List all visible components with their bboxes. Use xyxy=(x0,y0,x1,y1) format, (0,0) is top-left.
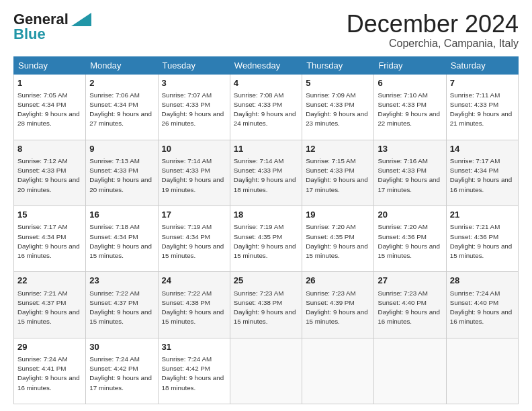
day-number: 3 xyxy=(162,77,226,89)
day-number: 4 xyxy=(234,77,298,89)
calendar-title: December 2024 xyxy=(347,11,519,38)
day-cell: 26Sunrise: 7:23 AMSunset: 4:39 PMDayligh… xyxy=(302,272,374,338)
day-info: Sunrise: 7:15 AMSunset: 4:33 PMDaylight:… xyxy=(306,156,370,195)
week-row-4: 22Sunrise: 7:21 AMSunset: 4:37 PMDayligh… xyxy=(14,272,519,338)
day-number: 5 xyxy=(306,77,370,89)
day-info: Sunrise: 7:23 AMSunset: 4:40 PMDaylight:… xyxy=(378,289,442,327)
day-cell xyxy=(230,338,302,404)
day-cell: 29Sunrise: 7:24 AMSunset: 4:41 PMDayligh… xyxy=(14,338,86,404)
day-info: Sunrise: 7:21 AMSunset: 4:37 PMDaylight:… xyxy=(17,289,82,327)
day-cell xyxy=(446,338,518,404)
day-info: Sunrise: 7:17 AMSunset: 4:34 PMDaylight:… xyxy=(17,222,82,261)
day-number: 8 xyxy=(17,143,82,155)
day-info: Sunrise: 7:19 AMSunset: 4:35 PMDaylight:… xyxy=(234,222,298,261)
day-number: 23 xyxy=(89,275,154,287)
calendar-subtitle: Coperchia, Campania, Italy xyxy=(347,38,519,50)
day-number: 6 xyxy=(378,77,442,89)
weekday-saturday: Saturday xyxy=(446,56,518,74)
day-number: 27 xyxy=(378,275,442,287)
day-cell: 4Sunrise: 7:08 AMSunset: 4:33 PMDaylight… xyxy=(230,74,302,140)
day-info: Sunrise: 7:18 AMSunset: 4:34 PMDaylight:… xyxy=(89,222,154,261)
day-info: Sunrise: 7:24 AMSunset: 4:42 PMDaylight:… xyxy=(89,355,154,393)
day-cell: 30Sunrise: 7:24 AMSunset: 4:42 PMDayligh… xyxy=(86,338,158,404)
calendar-body: 1Sunrise: 7:05 AMSunset: 4:34 PMDaylight… xyxy=(14,74,519,404)
logo-icon xyxy=(71,13,91,26)
day-info: Sunrise: 7:16 AMSunset: 4:33 PMDaylight:… xyxy=(378,156,442,195)
day-cell: 19Sunrise: 7:20 AMSunset: 4:35 PMDayligh… xyxy=(302,206,374,272)
day-cell: 23Sunrise: 7:22 AMSunset: 4:37 PMDayligh… xyxy=(86,272,158,338)
day-info: Sunrise: 7:24 AMSunset: 4:41 PMDaylight:… xyxy=(17,355,82,393)
day-info: Sunrise: 7:07 AMSunset: 4:33 PMDaylight:… xyxy=(162,91,226,129)
day-cell: 20Sunrise: 7:20 AMSunset: 4:36 PMDayligh… xyxy=(374,206,446,272)
day-info: Sunrise: 7:21 AMSunset: 4:36 PMDaylight:… xyxy=(450,222,515,261)
day-info: Sunrise: 7:20 AMSunset: 4:36 PMDaylight:… xyxy=(378,222,442,261)
day-cell: 15Sunrise: 7:17 AMSunset: 4:34 PMDayligh… xyxy=(14,206,86,272)
day-number: 11 xyxy=(234,143,298,155)
weekday-wednesday: Wednesday xyxy=(230,56,302,74)
day-cell: 21Sunrise: 7:21 AMSunset: 4:36 PMDayligh… xyxy=(446,206,518,272)
day-cell xyxy=(302,338,374,404)
day-info: Sunrise: 7:08 AMSunset: 4:33 PMDaylight:… xyxy=(234,91,298,129)
day-number: 25 xyxy=(234,275,298,287)
day-number: 26 xyxy=(306,275,370,287)
day-info: Sunrise: 7:20 AMSunset: 4:35 PMDaylight:… xyxy=(306,222,370,261)
day-number: 20 xyxy=(378,209,442,221)
day-cell: 25Sunrise: 7:23 AMSunset: 4:38 PMDayligh… xyxy=(230,272,302,338)
logo-blue: Blue xyxy=(13,26,46,43)
weekday-friday: Friday xyxy=(374,56,446,74)
day-number: 18 xyxy=(234,209,298,221)
day-info: Sunrise: 7:23 AMSunset: 4:38 PMDaylight:… xyxy=(234,289,298,327)
weekday-sunday: Sunday xyxy=(14,56,86,74)
day-number: 7 xyxy=(450,77,515,89)
day-info: Sunrise: 7:09 AMSunset: 4:33 PMDaylight:… xyxy=(306,91,370,129)
day-number: 30 xyxy=(89,341,154,353)
logo: General Blue xyxy=(13,11,91,43)
day-cell: 11Sunrise: 7:14 AMSunset: 4:33 PMDayligh… xyxy=(230,140,302,205)
weekday-monday: Monday xyxy=(86,56,158,74)
day-cell: 22Sunrise: 7:21 AMSunset: 4:37 PMDayligh… xyxy=(14,272,86,338)
calendar-table: SundayMondayTuesdayWednesdayThursdayFrid… xyxy=(13,56,519,404)
header: General Blue December 2024 Coperchia, Ca… xyxy=(13,11,519,50)
calendar-header: SundayMondayTuesdayWednesdayThursdayFrid… xyxy=(14,56,519,74)
day-info: Sunrise: 7:24 AMSunset: 4:42 PMDaylight:… xyxy=(162,355,226,393)
day-info: Sunrise: 7:13 AMSunset: 4:33 PMDaylight:… xyxy=(89,156,154,195)
day-info: Sunrise: 7:11 AMSunset: 4:33 PMDaylight:… xyxy=(450,91,515,129)
day-cell: 17Sunrise: 7:19 AMSunset: 4:34 PMDayligh… xyxy=(158,206,230,272)
day-info: Sunrise: 7:12 AMSunset: 4:33 PMDaylight:… xyxy=(17,156,82,195)
day-number: 31 xyxy=(162,341,226,353)
day-number: 15 xyxy=(17,209,82,221)
day-number: 17 xyxy=(162,209,226,221)
week-row-5: 29Sunrise: 7:24 AMSunset: 4:41 PMDayligh… xyxy=(14,338,519,404)
day-cell: 1Sunrise: 7:05 AMSunset: 4:34 PMDaylight… xyxy=(14,74,86,140)
day-cell xyxy=(374,338,446,404)
day-cell: 14Sunrise: 7:17 AMSunset: 4:34 PMDayligh… xyxy=(446,140,518,205)
day-info: Sunrise: 7:14 AMSunset: 4:33 PMDaylight:… xyxy=(162,156,226,195)
weekday-tuesday: Tuesday xyxy=(158,56,230,74)
day-cell: 7Sunrise: 7:11 AMSunset: 4:33 PMDaylight… xyxy=(446,74,518,140)
day-number: 9 xyxy=(89,143,154,155)
day-info: Sunrise: 7:14 AMSunset: 4:33 PMDaylight:… xyxy=(234,156,298,195)
day-info: Sunrise: 7:10 AMSunset: 4:33 PMDaylight:… xyxy=(378,91,442,129)
day-number: 10 xyxy=(162,143,226,155)
title-block: December 2024 Coperchia, Campania, Italy xyxy=(347,11,519,50)
day-number: 22 xyxy=(17,275,82,287)
day-number: 2 xyxy=(89,77,154,89)
weekday-header-row: SundayMondayTuesdayWednesdayThursdayFrid… xyxy=(14,56,519,74)
day-number: 24 xyxy=(162,275,226,287)
day-number: 12 xyxy=(306,143,370,155)
day-info: Sunrise: 7:06 AMSunset: 4:34 PMDaylight:… xyxy=(89,91,154,129)
day-info: Sunrise: 7:19 AMSunset: 4:34 PMDaylight:… xyxy=(162,222,226,261)
day-info: Sunrise: 7:23 AMSunset: 4:39 PMDaylight:… xyxy=(306,289,370,327)
day-cell: 2Sunrise: 7:06 AMSunset: 4:34 PMDaylight… xyxy=(86,74,158,140)
day-cell: 3Sunrise: 7:07 AMSunset: 4:33 PMDaylight… xyxy=(158,74,230,140)
day-cell: 28Sunrise: 7:24 AMSunset: 4:40 PMDayligh… xyxy=(446,272,518,338)
day-cell: 8Sunrise: 7:12 AMSunset: 4:33 PMDaylight… xyxy=(14,140,86,205)
day-cell: 13Sunrise: 7:16 AMSunset: 4:33 PMDayligh… xyxy=(374,140,446,205)
day-cell: 5Sunrise: 7:09 AMSunset: 4:33 PMDaylight… xyxy=(302,74,374,140)
day-number: 19 xyxy=(306,209,370,221)
day-cell: 31Sunrise: 7:24 AMSunset: 4:42 PMDayligh… xyxy=(158,338,230,404)
day-number: 21 xyxy=(450,209,515,221)
svg-marker-0 xyxy=(71,13,91,26)
weekday-thursday: Thursday xyxy=(302,56,374,74)
day-cell: 10Sunrise: 7:14 AMSunset: 4:33 PMDayligh… xyxy=(158,140,230,205)
